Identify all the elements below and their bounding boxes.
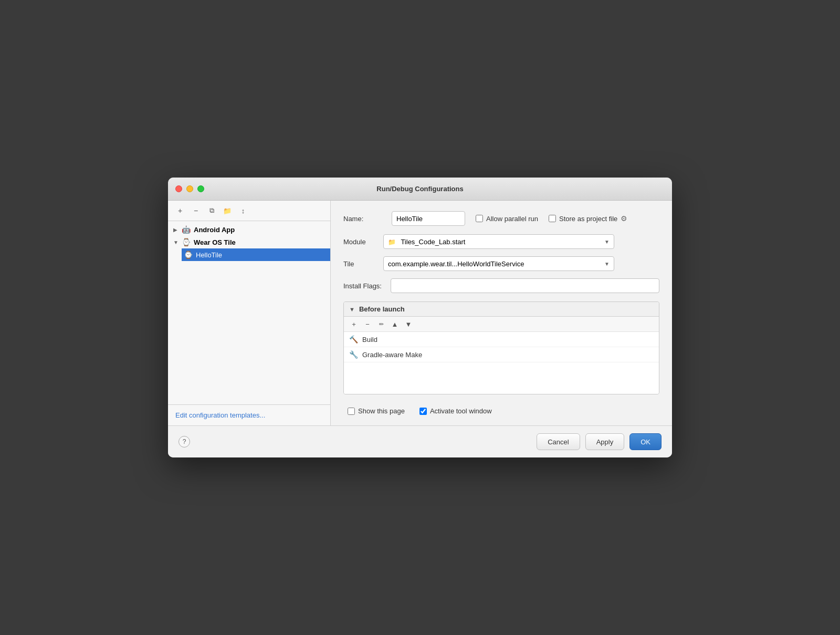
apply-button[interactable]: Apply: [585, 433, 625, 450]
ok-button[interactable]: OK: [629, 433, 662, 450]
window-controls: [175, 185, 204, 192]
wear-os-icon: ⌚: [182, 238, 191, 246]
tile-dropdown-arrow: ▼: [604, 261, 610, 267]
gradle-icon: 🔧: [349, 350, 358, 359]
bottom-right: Cancel Apply OK: [537, 433, 662, 450]
sidebar-item-android-app-label: Android App: [194, 226, 235, 234]
show-page-checkbox[interactable]: [348, 408, 355, 415]
main-content: + − ⧉ 📁 ↕ ▶ 🤖 A: [168, 201, 672, 425]
minimize-button[interactable]: [186, 185, 193, 192]
maximize-button[interactable]: [197, 185, 204, 192]
bottom-options: Show this page Activate tool window: [343, 407, 659, 415]
allow-parallel-label: Allow parallel run: [486, 215, 538, 223]
bl-empty-space: [344, 362, 659, 394]
sidebar-children-wear-os: ⌚ HelloTile: [168, 248, 330, 261]
sidebar-item-hello-tile-label: HelloTile: [196, 251, 222, 259]
android-icon: 🤖: [182, 225, 191, 234]
activate-tool-group: Activate tool window: [419, 407, 492, 415]
cancel-button[interactable]: Cancel: [537, 433, 580, 450]
show-page-group: Show this page: [348, 407, 405, 415]
chevron-right-icon: ▶: [173, 227, 178, 233]
help-button[interactable]: ?: [178, 436, 190, 447]
bl-item-build[interactable]: 🔨 Build: [344, 332, 659, 347]
before-launch-collapse-arrow[interactable]: ▼: [349, 306, 355, 313]
sidebar: + − ⧉ 📁 ↕ ▶ 🤖 A: [168, 201, 331, 425]
copy-config-button[interactable]: ⧉: [205, 205, 218, 216]
module-label: Module: [343, 238, 375, 246]
bl-edit-button[interactable]: ✏: [375, 319, 387, 329]
bl-down-button[interactable]: ▼: [403, 319, 414, 329]
right-panel: Name: Allow parallel run Store as projec…: [331, 201, 672, 425]
plus-icon: +: [178, 206, 182, 215]
bottom-panel: ? Cancel Apply OK: [168, 425, 672, 457]
install-flags-row: Install Flags:: [343, 278, 659, 293]
close-button[interactable]: [175, 185, 182, 192]
allow-parallel-group: Allow parallel run: [476, 215, 538, 223]
install-flags-label: Install Flags:: [343, 282, 391, 290]
folder-button[interactable]: 📁: [220, 205, 234, 216]
module-select[interactable]: 📁 Tiles_Code_Lab.start ▼: [383, 234, 614, 249]
bl-item-gradle-label: Gradle-aware Make: [362, 351, 422, 359]
module-row: Module 📁 Tiles_Code_Lab.start ▼: [343, 234, 659, 249]
chevron-down-icon: ▼: [173, 240, 178, 245]
bl-up-button[interactable]: ▲: [389, 319, 401, 329]
dialog-title: Run/Debug Configurations: [376, 185, 463, 193]
before-launch-section: ▼ Before launch + − ✏ ▲ ▼ 🔨 Build: [343, 301, 659, 394]
sidebar-tree: ▶ 🤖 Android App ▼ ⌚ Wear OS Tile ⌚ Hello…: [168, 221, 330, 404]
before-launch-list: 🔨 Build 🔧 Gradle-aware Make: [344, 332, 659, 394]
show-page-label: Show this page: [358, 407, 405, 415]
name-input[interactable]: [392, 211, 465, 226]
sidebar-footer: Edit configuration templates...: [168, 404, 330, 425]
sort-icon: ↕: [242, 207, 245, 215]
sidebar-item-wear-os-tile[interactable]: ▼ ⌚ Wear OS Tile: [168, 236, 330, 248]
folder-icon: 📁: [223, 207, 232, 215]
tile-select[interactable]: com.example.wear.til...HelloWorldTileSer…: [383, 256, 614, 271]
bl-item-build-label: Build: [362, 336, 377, 343]
tile-label: Tile: [343, 260, 375, 268]
bl-add-button[interactable]: +: [348, 319, 360, 329]
sidebar-item-hello-tile[interactable]: ⌚ HelloTile: [182, 248, 330, 261]
sidebar-item-android-app[interactable]: ▶ 🤖 Android App: [168, 223, 330, 236]
activate-tool-label: Activate tool window: [430, 407, 492, 415]
bl-item-gradle[interactable]: 🔧 Gradle-aware Make: [344, 347, 659, 362]
sort-button[interactable]: ↕: [236, 205, 250, 216]
allow-parallel-checkbox[interactable]: [476, 215, 483, 222]
module-dropdown-arrow: ▼: [604, 239, 610, 245]
store-project-group: Store as project file ⚙: [549, 214, 627, 223]
remove-config-button[interactable]: −: [189, 205, 203, 216]
sidebar-toolbar: + − ⧉ 📁 ↕: [168, 201, 330, 221]
module-folder-icon: 📁: [388, 238, 396, 246]
edit-templates-link[interactable]: Edit configuration templates...: [175, 411, 265, 419]
tile-value: com.example.wear.til...HelloWorldTileSer…: [388, 260, 524, 268]
build-icon: 🔨: [349, 335, 358, 343]
before-launch-title: Before launch: [359, 305, 405, 313]
minus-icon: −: [194, 206, 198, 215]
titlebar: Run/Debug Configurations: [168, 178, 672, 201]
dialog-window: Run/Debug Configurations + − ⧉ 📁 ↕: [168, 178, 672, 457]
tile-row: Tile com.example.wear.til...HelloWorldTi…: [343, 256, 659, 271]
sidebar-group-wear-os: ▼ ⌚ Wear OS Tile ⌚ HelloTile: [168, 236, 330, 261]
store-as-project-checkbox[interactable]: [549, 215, 556, 222]
before-launch-header: ▼ Before launch: [344, 302, 659, 317]
gear-icon[interactable]: ⚙: [621, 214, 627, 223]
install-flags-input[interactable]: [391, 278, 659, 293]
store-as-project-label: Store as project file: [559, 215, 617, 223]
name-label: Name:: [343, 215, 385, 223]
before-launch-toolbar: + − ✏ ▲ ▼: [344, 317, 659, 332]
name-row: Name: Allow parallel run Store as projec…: [343, 211, 659, 226]
sidebar-item-wear-os-label: Wear OS Tile: [194, 238, 236, 246]
add-config-button[interactable]: +: [173, 205, 187, 216]
activate-tool-checkbox[interactable]: [419, 408, 427, 415]
bottom-left: ?: [178, 436, 190, 447]
module-value: Tiles_Code_Lab.start: [401, 238, 465, 246]
copy-icon: ⧉: [209, 206, 214, 215]
bl-remove-button[interactable]: −: [362, 319, 373, 329]
hello-tile-icon: ⌚: [184, 251, 193, 259]
question-mark-icon: ?: [183, 438, 186, 445]
